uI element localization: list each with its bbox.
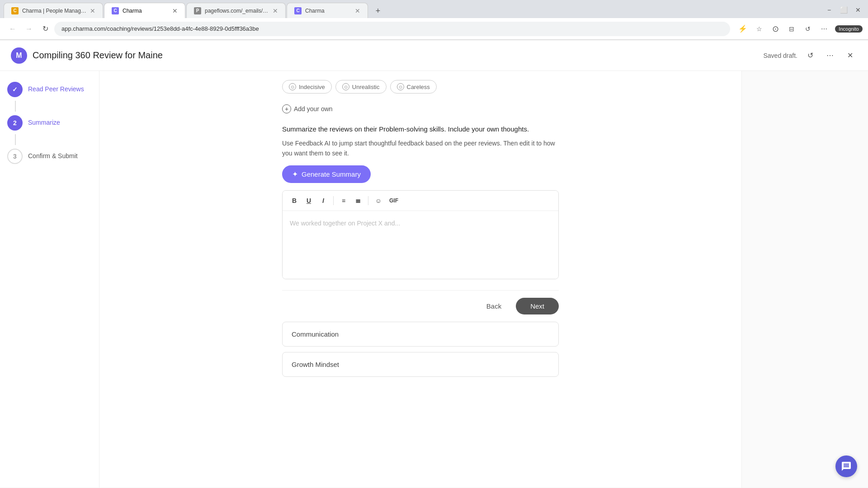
step-connector-2: [15, 134, 16, 145]
editor-placeholder: We worked together on Project X and...: [290, 220, 400, 227]
communication-label: Communication: [292, 330, 339, 338]
browser-tab-1[interactable]: C Charma | People Management S... ✕: [4, 3, 103, 18]
main-content: ⊙ Indecisive ⊙ Unrealistic ⊙ Careless +: [99, 71, 741, 488]
page-title: Compiling 360 Review for Maine: [33, 50, 163, 61]
chip-3-label: Careless: [407, 84, 430, 90]
window-maximize[interactable]: ⬜: [837, 4, 850, 16]
step-1-check: ✓: [12, 86, 18, 93]
forward-nav-button[interactable]: →: [22, 22, 36, 36]
tab-2-title: Charma: [123, 8, 169, 14]
content-panel: ⊙ Indecisive ⊙ Unrealistic ⊙ Careless +: [271, 71, 570, 391]
bullet-list-button[interactable]: ≡: [337, 194, 350, 207]
browser-tab-4[interactable]: C Charma ✕: [287, 3, 368, 18]
sidebar-step-2: 2 Summarize: [7, 115, 92, 131]
toolbar-divider-2: [368, 196, 368, 205]
summarize-heading: Summarize the reviews on their Problem-s…: [282, 124, 559, 135]
next-button[interactable]: Next: [516, 298, 559, 314]
step-3-indicator: 3: [7, 149, 23, 164]
chip-unrealistic[interactable]: ⊙ Unrealistic: [335, 80, 387, 94]
chip-2-icon: ⊙: [342, 83, 349, 90]
italic-button[interactable]: I: [317, 194, 330, 207]
step-3-label[interactable]: Confirm & Submit: [28, 149, 78, 160]
tab-1-favicon: C: [11, 7, 19, 14]
chips-row: ⊙ Indecisive ⊙ Unrealistic ⊙ Careless: [282, 80, 559, 94]
close-header-button[interactable]: ✕: [843, 48, 857, 63]
profile-icon[interactable]: ⊙: [768, 22, 783, 36]
browser-tab-2[interactable]: C Charma ✕: [104, 3, 185, 18]
new-tab-button[interactable]: +: [371, 4, 385, 18]
tab-1-close[interactable]: ✕: [90, 7, 95, 14]
chip-careless[interactable]: ⊙ Careless: [390, 80, 437, 94]
add-own-row[interactable]: + Add your own: [282, 104, 559, 113]
add-own-icon: +: [282, 104, 291, 113]
more-options-icon[interactable]: ⋯: [823, 48, 837, 63]
window-close[interactable]: ✕: [852, 4, 864, 16]
history-icon[interactable]: ↺: [801, 22, 815, 36]
app-header: M Compiling 360 Review for Maine Saved d…: [0, 40, 868, 71]
back-nav-button[interactable]: ←: [5, 22, 20, 36]
browser-nav: ← → ↻ ⚡ ☆ ⊙ ⊟ ↺ ⋯ Incognito: [0, 18, 868, 40]
tab-4-close[interactable]: ✕: [355, 7, 360, 14]
sidebar-step-3: 3 Confirm & Submit: [7, 149, 92, 164]
bookmark-icon[interactable]: ☆: [752, 22, 766, 36]
editor-container: B U I ≡ ≣ ☺ GIF We worked together on Pr…: [282, 190, 559, 279]
underline-button[interactable]: U: [302, 194, 315, 207]
add-own-label: Add your own: [294, 105, 333, 113]
tab-3-close[interactable]: ✕: [273, 7, 278, 14]
nav-icons: ⚡ ☆ ⊙ ⊟ ↺ ⋯ Incognito: [736, 22, 863, 36]
extension-icon[interactable]: ⚡: [736, 22, 750, 36]
tab-3-favicon: P: [194, 7, 201, 14]
tab-2-favicon: C: [112, 7, 119, 14]
step-1-label[interactable]: Read Peer Reviews: [28, 82, 84, 93]
saved-draft-label: Saved draft.: [764, 52, 798, 59]
bold-button[interactable]: B: [288, 194, 301, 207]
tab-1-title: Charma | People Management S...: [22, 8, 86, 14]
sidebar-step-1: ✓ Read Peer Reviews: [7, 82, 92, 97]
history-header-icon[interactable]: ↺: [803, 48, 817, 63]
generate-btn-label: Generate Summary: [302, 170, 361, 178]
growth-mindset-label: Growth Mindset: [292, 361, 339, 368]
chip-3-icon: ⊙: [397, 83, 404, 90]
chip-indecisive[interactable]: ⊙ Indecisive: [282, 80, 332, 94]
app-container: M Compiling 360 Review for Maine Saved d…: [0, 40, 868, 488]
tab-4-favicon: C: [294, 7, 302, 14]
browser-tab-3[interactable]: P pageflows.com/_emails/_j7fb5... ✕: [186, 3, 286, 18]
nav-actions: Back Next: [282, 290, 559, 322]
step-2-indicator: 2: [7, 115, 23, 131]
growth-mindset-card[interactable]: Growth Mindset: [282, 352, 559, 377]
back-button[interactable]: Back: [479, 299, 509, 314]
window-minimize[interactable]: −: [823, 4, 835, 16]
sidebar: ✓ Read Peer Reviews 2 Summarize 3 Confir…: [0, 71, 99, 488]
app-body: ✓ Read Peer Reviews 2 Summarize 3 Confir…: [0, 71, 868, 488]
right-panel: [741, 71, 868, 488]
header-right: Saved draft. ↺ ⋯ ✕: [764, 48, 858, 63]
logo-letter: M: [16, 52, 22, 60]
ordered-list-button[interactable]: ≣: [352, 194, 364, 207]
step-connector-1: [15, 101, 16, 112]
address-bar[interactable]: [54, 22, 730, 36]
step-2-label[interactable]: Summarize: [28, 115, 60, 126]
gif-button[interactable]: GIF: [387, 194, 401, 207]
step-1-indicator: ✓: [7, 82, 23, 97]
generate-summary-button[interactable]: ✦ Generate Summary: [282, 165, 371, 183]
editor-toolbar: B U I ≡ ≣ ☺ GIF: [283, 191, 558, 211]
chip-1-icon: ⊙: [289, 83, 296, 90]
emoji-button[interactable]: ☺: [372, 194, 385, 207]
summarize-subtext: Use Feedback AI to jump start thoughtful…: [282, 138, 559, 159]
more-tools-icon[interactable]: ⋯: [817, 22, 831, 36]
toolbar-divider-1: [333, 196, 334, 205]
chat-icon: [841, 461, 852, 472]
bookmark-mgr-icon[interactable]: ⊟: [784, 22, 799, 36]
chip-1-label: Indecisive: [299, 84, 325, 90]
communication-card[interactable]: Communication: [282, 322, 559, 347]
tab-3-title: pageflows.com/_emails/_j7fb5...: [205, 8, 269, 14]
editor-area[interactable]: We worked together on Project X and...: [283, 211, 558, 279]
tab-2-close[interactable]: ✕: [172, 7, 178, 14]
browser-chrome: C Charma | People Management S... ✕ C Ch…: [0, 0, 868, 40]
chip-2-label: Unrealistic: [352, 84, 380, 90]
app-logo: M: [11, 47, 27, 64]
step-3-number: 3: [13, 153, 17, 160]
incognito-badge: Incognito: [835, 25, 863, 33]
chat-widget[interactable]: [835, 455, 857, 477]
refresh-button[interactable]: ↻: [38, 22, 52, 36]
